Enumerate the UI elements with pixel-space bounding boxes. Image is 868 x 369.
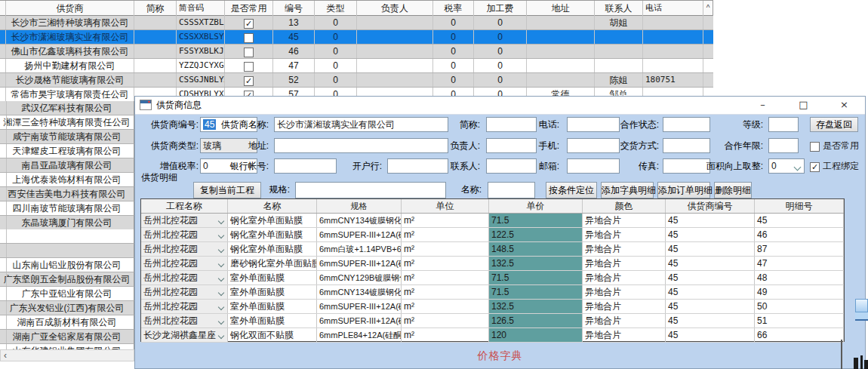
project-combo-cell[interactable]: 岳州北控花园: [141, 214, 228, 227]
table-row[interactable]: 西安佳吉美电力科技有限公司: [0, 187, 134, 201]
table-row[interactable]: 广东坚朗五金制品股份有限公司: [0, 272, 134, 287]
project-combo-cell[interactable]: 岳州北控花园: [141, 285, 228, 299]
bank-branch-field[interactable]: [387, 158, 448, 174]
supplier-name-field[interactable]: 长沙市潇湘玻璃实业有限公司: [274, 117, 448, 132]
detail-row[interactable]: 岳州北控花园 室外单面贴膜 6mmCNY134镀膜钢化 m² 71.5 异地合片…: [141, 285, 844, 300]
project-combo-cell[interactable]: 岳州北控花园: [141, 228, 228, 241]
detail-row[interactable]: 岳州北控花园 室外单面贴膜 6mmSUPER-III+12A(硅... m² 1…: [141, 314, 844, 328]
save-return-button[interactable]: 存盘返回: [810, 117, 858, 132]
chevron-down-icon[interactable]: [218, 275, 224, 281]
checkbox[interactable]: [244, 62, 254, 72]
col-header-address[interactable]: 地址: [527, 1, 595, 16]
col-header-pinyin-code[interactable]: 简音码: [177, 1, 225, 16]
col-header-supplier[interactable]: 供货商: [6, 1, 134, 16]
spec-filter-input[interactable]: [295, 182, 446, 198]
table-row[interactable]: 佛山市亿鑫玻璃科技有限公司 FSSYXBLKJ... 46 0 0 0: [0, 45, 713, 59]
checkbox[interactable]: [244, 33, 254, 43]
address-field[interactable]: [274, 138, 448, 153]
table-row[interactable]: 湘潭三金特种玻璃有限责任公司: [0, 115, 134, 130]
table-row[interactable]: 山东南山铝业股份有限公司: [0, 258, 134, 272]
responsible-field[interactable]: [486, 138, 537, 153]
chevron-down-icon[interactable]: [218, 333, 224, 339]
project-combo-cell[interactable]: 岳州北控花园: [141, 300, 228, 313]
col-header-shortname[interactable]: 简称: [134, 1, 177, 16]
table-row[interactable]: 天津耀皮工程玻璃有限公司: [0, 144, 134, 158]
area-round-up-select[interactable]: 0: [768, 158, 805, 174]
add-dictionary-detail-button[interactable]: 添加字典明细: [601, 182, 654, 198]
detail-row[interactable]: 长沙龙湖祺鑫星座 钢化双面不贴膜 6mmPLE84+12A(硅酮胶... m² …: [141, 328, 844, 343]
chevron-down-icon[interactable]: [218, 304, 224, 310]
shortname-field[interactable]: [486, 117, 537, 132]
table-row[interactable]: 长沙市三湘特种玻璃有限公司 CSSSXTZBL... ✓ 13 0 0 0 胡姐: [0, 16, 713, 30]
table-row[interactable]: 长沙晟格节能玻璃有限公司 CSSGJNBLYXGS ✓ 52 0 0 0 陈姐 …: [0, 73, 713, 88]
scroll-up-icon[interactable]: ^: [703, 1, 713, 16]
chevron-down-icon[interactable]: [218, 232, 224, 238]
chevron-down-icon[interactable]: [218, 318, 224, 324]
mobile-field[interactable]: [567, 138, 620, 153]
detail-row[interactable]: 岳州北控花园 室外单面贴膜 6mmCNY129B镀膜钢化 m² 71.5 异地合…: [141, 271, 844, 285]
col-header-name[interactable]: 名称: [228, 199, 317, 213]
locate-by-condition-button[interactable]: 按条件定位: [546, 182, 597, 198]
col-header-supplier-no[interactable]: 供货商编号: [666, 199, 755, 213]
chevron-down-icon[interactable]: [218, 218, 224, 224]
add-order-detail-button[interactable]: 添加订单明细: [657, 182, 710, 198]
close-button[interactable]: ×: [827, 97, 861, 113]
table-row[interactable]: 湖南广亚全铝家居有限公司: [0, 330, 134, 344]
table-row[interactable]: [0, 229, 134, 244]
checkbox[interactable]: [810, 142, 820, 152]
checkbox[interactable]: [244, 48, 254, 57]
col-header-unit[interactable]: 单位: [402, 199, 489, 213]
grade-field[interactable]: [768, 117, 799, 132]
table-row[interactable]: 广东兴发铝业(江西)有限公司: [0, 301, 134, 315]
project-combo-cell[interactable]: 岳州北控花园: [141, 257, 228, 270]
detail-row[interactable]: 岳州北控花园 钢化室外单面贴膜 6mmCNY134镀膜钢化 m² 71.5 异地…: [141, 214, 844, 228]
table-row[interactable]: [0, 244, 134, 258]
scroll-left-icon[interactable]: ‹: [4, 350, 7, 361]
checkbox[interactable]: ✓: [244, 76, 254, 86]
col-header-unit-price[interactable]: 单价: [489, 199, 583, 213]
name-filter-input[interactable]: [488, 182, 535, 198]
minimize-button[interactable]: –: [746, 97, 780, 113]
checkbox[interactable]: ✓: [810, 162, 820, 172]
table-row[interactable]: 四川南玻节能玻璃有限公司: [0, 201, 134, 216]
project-bind-checkbox[interactable]: ✓ 工程绑定: [810, 160, 859, 173]
col-header-type[interactable]: 类型: [315, 1, 357, 16]
chevron-down-icon[interactable]: [794, 164, 802, 171]
coop-status-field[interactable]: [663, 117, 710, 132]
table-row[interactable]: 上海优泰装饰材料有限公司: [0, 173, 134, 187]
detail-row[interactable]: 岳州北控花园 钢化室外单面贴膜 6mm白玻+1.14PVB+6mm... m² …: [141, 242, 844, 257]
col-header-responsible[interactable]: 负责人: [357, 1, 433, 16]
copy-current-project-button[interactable]: 复制当前工程: [193, 182, 261, 198]
project-combo-cell[interactable]: 岳州北控花园: [141, 271, 228, 284]
table-row[interactable]: 咸宁南玻节能玻璃有限公司: [0, 130, 134, 144]
table-row[interactable]: 广东中亚铝业有限公司: [0, 287, 134, 301]
col-header-contact[interactable]: 联系人: [595, 1, 643, 16]
col-header-fee[interactable]: 加工费: [474, 1, 527, 16]
coop-years-field[interactable]: [768, 138, 799, 153]
table-row[interactable]: 湖南百成新材料有限公司: [0, 315, 134, 330]
col-header-project[interactable]: 工程名称: [141, 199, 228, 213]
col-header-phone[interactable]: 电话: [643, 1, 703, 16]
detail-row[interactable]: 岳州北控花园 室外单面贴膜 6mmSUPER-III+12A(硅... m² 1…: [141, 300, 844, 314]
chevron-down-icon[interactable]: [218, 247, 224, 253]
common-use-checkbox[interactable]: 是否常用: [810, 140, 859, 152]
horizontal-scrollbar[interactable]: ‹: [0, 349, 134, 361]
detail-row[interactable]: 岳州北控花园 磨砂钢化室外单面贴膜 6mmSUPER-III+12A(硅... …: [141, 257, 844, 271]
checkbox[interactable]: ✓: [244, 19, 254, 29]
col-header-common[interactable]: 是否常用: [225, 1, 273, 16]
chevron-down-icon[interactable]: [218, 290, 224, 296]
phone-field[interactable]: [567, 117, 620, 132]
table-row[interactable]: 南昌亚晶玻璃有限公司: [0, 158, 134, 173]
delete-detail-button[interactable]: 删除明细: [714, 182, 752, 198]
email-field[interactable]: [567, 158, 620, 174]
col-header-color[interactable]: 颜色: [583, 199, 666, 213]
maximize-button[interactable]: □: [786, 97, 820, 113]
table-row[interactable]: 扬州中勤建材有限公司 YZZQJCYXGS 47 0 0 0: [0, 59, 713, 73]
table-row[interactable]: 武汉亿军科技有限公司: [0, 101, 134, 115]
dialog-titlebar[interactable]: 供货商信息 – □ ×: [135, 97, 865, 115]
detail-row[interactable]: 岳州北控花园 钢化室外单面贴膜 6mmSUPER-III+12A(硅... m²…: [141, 228, 844, 242]
bank-account-field[interactable]: [274, 158, 337, 174]
table-row[interactable]: 东晶玻璃厦门有限公司: [0, 216, 134, 230]
project-combo-cell[interactable]: 岳州北控花园: [141, 314, 228, 327]
chevron-down-icon[interactable]: [218, 261, 224, 267]
